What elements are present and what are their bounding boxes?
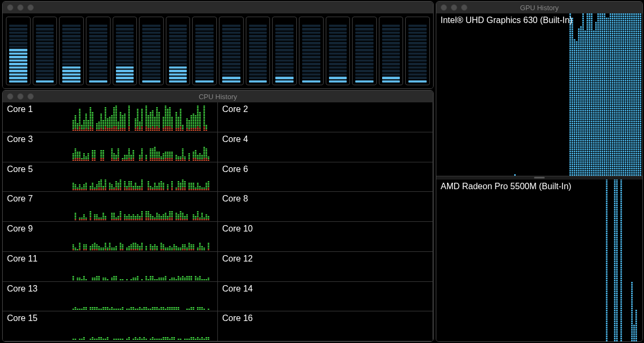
core-history-graph <box>72 165 215 191</box>
core-cell: Core 14 <box>218 282 433 312</box>
core-label: Core 12 <box>218 252 257 266</box>
cpu-bar-core-11 <box>272 17 297 85</box>
core-cell: Core 9 <box>3 222 218 252</box>
cpu-bar-core-4 <box>86 17 111 85</box>
core-history-graph <box>72 314 215 340</box>
core-label: Core 2 <box>218 102 252 116</box>
core-cell: Core 10 <box>218 222 433 252</box>
core-history-graph <box>72 224 215 250</box>
core-label: Core 4 <box>218 132 252 146</box>
close-icon[interactable] <box>7 4 13 11</box>
core-label: Core 14 <box>218 282 257 296</box>
cpu-bar-core-7 <box>166 17 191 85</box>
minimize-icon[interactable] <box>17 4 24 11</box>
titlebar[interactable]: CPU History <box>3 91 433 102</box>
core-history-graph <box>288 314 430 340</box>
cpu-bar-core-1 <box>6 17 31 85</box>
core-label: Core 1 <box>3 102 37 116</box>
gpu-history-window[interactable]: GPU History Intel® UHD Graphics 630 (Bui… <box>436 1 643 342</box>
traffic-lights <box>7 4 34 11</box>
window-title: CPU History <box>3 93 433 101</box>
core-label: Core 10 <box>218 222 257 236</box>
minimize-icon[interactable] <box>451 4 457 11</box>
core-cell: Core 7 <box>3 192 218 222</box>
core-cell: Core 2 <box>218 102 433 132</box>
core-history-graph <box>72 105 215 131</box>
cpu-usage-window[interactable] <box>2 1 434 89</box>
gpu-panel: Intel® UHD Graphics 630 (Built-In) <box>436 13 642 176</box>
close-icon[interactable] <box>7 93 13 100</box>
cpu-bar-core-5 <box>113 17 137 85</box>
gpu-history-graph <box>436 13 642 176</box>
cpu-bars-content <box>3 13 433 88</box>
gpu-panel: AMD Radeon Pro 5500M (Built-In) <box>436 180 642 342</box>
core-cell: Core 1 <box>3 102 218 132</box>
cpu-bar-core-9 <box>219 17 244 85</box>
core-cell: Core 16 <box>218 311 433 341</box>
core-cell: Core 4 <box>218 132 433 162</box>
core-cell: Core 5 <box>3 162 218 192</box>
zoom-icon[interactable] <box>461 4 467 11</box>
gpu-label: AMD Radeon Pro 5500M (Built-In) <box>441 182 572 191</box>
gpu-history-content: Intel® UHD Graphics 630 (Built-In)AMD Ra… <box>436 13 642 341</box>
core-history-graph <box>72 284 215 310</box>
core-history-graph <box>288 105 430 131</box>
cpu-bar-core-8 <box>192 17 217 85</box>
core-label: Core 7 <box>3 192 37 206</box>
cpu-bar-core-13 <box>326 17 350 85</box>
cpu-bar-core-14 <box>352 17 377 85</box>
core-history-graph <box>288 194 430 220</box>
traffic-lights <box>7 93 34 100</box>
core-history-graph <box>288 254 430 280</box>
core-cell: Core 13 <box>3 282 218 312</box>
core-label: Core 9 <box>3 222 37 236</box>
minimize-icon[interactable] <box>17 93 24 100</box>
core-cell: Core 11 <box>3 252 218 282</box>
core-label: Core 3 <box>3 132 37 146</box>
core-history-graph <box>72 194 215 220</box>
core-label: Core 6 <box>218 162 252 176</box>
core-history-graph <box>72 254 215 280</box>
core-history-graph <box>288 165 430 191</box>
titlebar[interactable]: GPU History <box>436 2 642 13</box>
gpu-history-graph <box>436 180 642 342</box>
core-label: Core 16 <box>218 311 257 325</box>
cpu-bar-core-2 <box>33 17 57 85</box>
core-history-graph <box>288 284 430 310</box>
core-history-graph <box>288 135 430 161</box>
core-history-graph <box>72 135 215 161</box>
core-history-graph <box>288 224 430 250</box>
cpu-history-content: Core 1Core 2Core 3Core 4Core 5Core 6Core… <box>3 102 433 341</box>
gpu-label: Intel® UHD Graphics 630 (Built-In) <box>441 16 573 25</box>
core-label: Core 15 <box>3 311 42 325</box>
core-label: Core 11 <box>3 252 42 266</box>
cpu-bar-core-12 <box>299 17 324 85</box>
close-icon[interactable] <box>441 4 447 11</box>
core-label: Core 13 <box>3 282 42 296</box>
traffic-lights <box>441 4 467 11</box>
cpu-bar-core-10 <box>246 17 270 85</box>
zoom-icon[interactable] <box>27 4 34 11</box>
zoom-icon[interactable] <box>27 93 34 100</box>
cpu-bar-core-3 <box>59 17 84 85</box>
cpu-bar-core-15 <box>379 17 404 85</box>
core-cell: Core 6 <box>218 162 433 192</box>
titlebar[interactable] <box>3 2 433 13</box>
core-cell: Core 15 <box>3 311 218 341</box>
cpu-history-window[interactable]: CPU History Core 1Core 2Core 3Core 4Core… <box>2 90 434 342</box>
core-cell: Core 12 <box>218 252 433 282</box>
cpu-bar-core-16 <box>405 17 430 85</box>
core-cell: Core 3 <box>3 132 218 162</box>
cpu-bar-core-6 <box>139 17 164 85</box>
core-label: Core 5 <box>3 162 37 176</box>
core-label: Core 8 <box>218 192 252 206</box>
core-cell: Core 8 <box>218 192 433 222</box>
